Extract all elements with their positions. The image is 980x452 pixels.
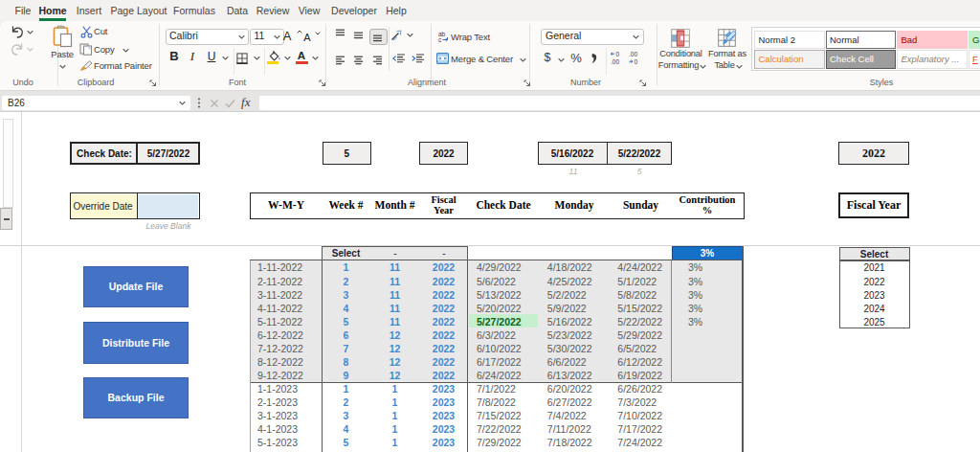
svg-text:0: 0 (616, 51, 620, 57)
svg-text:0: 0 (635, 58, 638, 65)
svg-text:.00: .00 (611, 58, 619, 65)
svg-text:c: c (438, 36, 442, 43)
svg-text:.00: .00 (629, 51, 637, 57)
